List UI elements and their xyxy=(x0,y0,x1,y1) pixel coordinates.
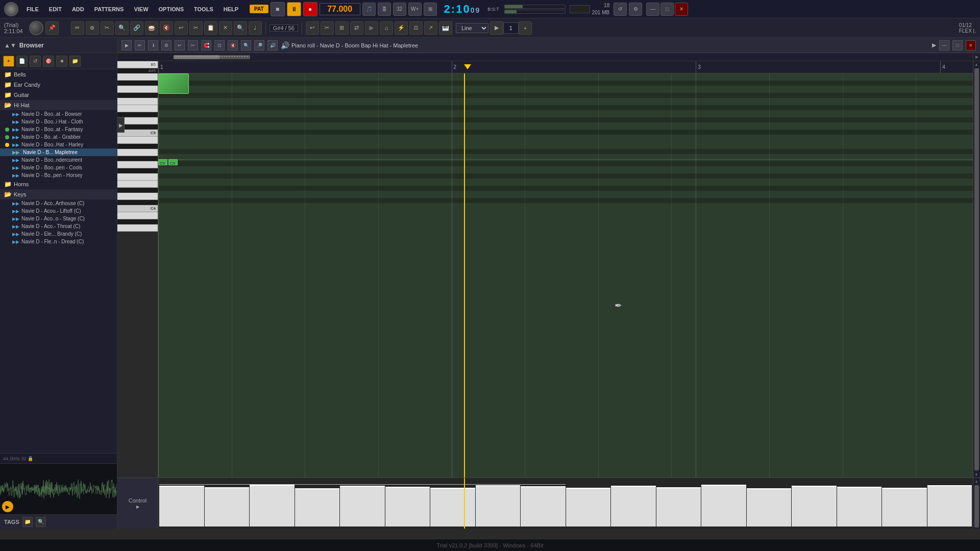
menu-help[interactable]: HELP xyxy=(219,4,242,14)
zoom-tool[interactable]: 🔍 xyxy=(115,21,129,35)
browser-refresh-btn[interactable]: ↺ xyxy=(30,56,41,67)
browser-folder-bells[interactable]: 📁 Bells xyxy=(0,69,117,80)
piano-key-d4[interactable] xyxy=(117,193,158,200)
velocity-bar[interactable] xyxy=(295,488,340,527)
slice-btn[interactable]: ✂ xyxy=(321,21,334,35)
line-mode-select[interactable]: Line Curve Hold xyxy=(456,23,488,33)
velocity-bar[interactable] xyxy=(656,487,701,527)
pr-close-btn[interactable]: ✕ xyxy=(966,40,976,51)
stop-button[interactable]: ■ xyxy=(271,2,285,16)
piano-key-db4[interactable] xyxy=(117,200,158,205)
browser-folder-ear-candy[interactable]: 📁 Ear Candy xyxy=(0,80,117,90)
metronome-btn[interactable]: ♩ xyxy=(249,21,262,35)
velocity-bar[interactable] xyxy=(611,486,656,527)
browser-add-btn[interactable]: + xyxy=(3,56,14,67)
browser-file-cools[interactable]: ▶▶ Navie D - Boo..pen - Cools xyxy=(0,164,117,171)
browser-file-arthouse[interactable]: ▶▶ Navie D - Aco..Arthouse (C) xyxy=(0,199,117,207)
velocity-bar[interactable] xyxy=(927,485,972,527)
browser-file-undercurrent[interactable]: ▶▶ Navie D - Boo..ndercurrent xyxy=(0,156,117,164)
piano-btn[interactable]: 🎹 xyxy=(439,21,452,35)
control-right-scrollbar[interactable]: ▲ xyxy=(973,478,980,529)
piano-key-f5[interactable] xyxy=(117,93,158,98)
send-btn[interactable]: ↗ xyxy=(424,21,437,35)
pr-play-btn[interactable]: ▶ xyxy=(121,40,132,51)
velocity-bar[interactable] xyxy=(837,487,882,527)
browser-file-grabber[interactable]: ▶▶ Navie D - Bo..at - Grabber xyxy=(0,133,117,141)
deselect-btn[interactable]: ✕ xyxy=(219,21,232,35)
velocity-bar[interactable] xyxy=(250,485,295,527)
minimize-btn[interactable]: — xyxy=(646,3,659,16)
menu-add[interactable]: ADD xyxy=(68,4,88,14)
browser-folder-horns[interactable]: 📁 Horns xyxy=(0,179,117,189)
mixer-icon[interactable]: 🎛 xyxy=(378,3,391,16)
quantize-plus[interactable]: + xyxy=(519,21,532,35)
sidebar-collapse-btn[interactable]: ▶ xyxy=(117,117,125,133)
piano-key-g5[interactable] xyxy=(117,86,158,93)
browser-file-dread[interactable]: ▶▶ Navie D - Fle..n - Dread (C) xyxy=(0,238,117,245)
piano-key-ab5[interactable] xyxy=(117,81,158,86)
glue-btn[interactable]: ⚡ xyxy=(395,21,408,35)
browser-file-throat[interactable]: ▶▶ Navie D - Aco.- Throat (C) xyxy=(0,222,117,230)
paste-btn[interactable]: 📋 xyxy=(204,21,217,35)
piano-key-f4[interactable] xyxy=(117,173,158,181)
menu-file[interactable]: FILE xyxy=(22,4,43,14)
velocity-bar[interactable] xyxy=(747,488,792,527)
velocity-bar[interactable] xyxy=(521,486,566,527)
flip-btn[interactable]: ⇄ xyxy=(350,21,363,35)
draw-tool[interactable]: ✏ xyxy=(71,21,84,35)
velocity-bar[interactable] xyxy=(476,485,521,527)
menu-tools[interactable]: TOOLS xyxy=(190,4,217,14)
zoom-minus[interactable]: 🔍 xyxy=(234,21,247,35)
mute-tool[interactable]: 🔇 xyxy=(160,21,173,35)
velocity-bar[interactable] xyxy=(430,488,475,527)
browser-file-bowser[interactable]: ▶▶ Navie D - Boo..at - Bowser xyxy=(0,110,117,118)
settings-icon[interactable]: ⚙ xyxy=(629,3,642,16)
browser-file-mapletree[interactable]: ▶▶ Navie D - B... Mapletree xyxy=(0,148,117,156)
velocity-bar[interactable] xyxy=(159,486,204,527)
pr-restore-btn[interactable]: □ xyxy=(952,40,963,51)
note-block[interactable]: C5 xyxy=(158,159,167,165)
piano-key-bb5[interactable]: A#5 xyxy=(117,68,158,73)
pr-zoom2-btn[interactable]: 🔎 xyxy=(254,40,264,51)
song-mode-icon[interactable]: 🎵 xyxy=(362,3,376,16)
browser-file-horsey[interactable]: ▶▶ Navie D - Bo..pen - Horsey xyxy=(0,171,117,179)
group-btn[interactable]: ⊞ xyxy=(335,21,349,35)
browser-folder-keys[interactable]: 📂 Keys xyxy=(0,189,117,199)
velocity-bar[interactable] xyxy=(882,488,927,527)
right-scrollbar[interactable]: ▲ ▼ xyxy=(973,61,980,478)
scroll-up-btn[interactable]: ▲ xyxy=(973,61,979,67)
play-icon[interactable]: ▶ xyxy=(2,501,13,512)
browser-star-btn[interactable]: ★ xyxy=(56,56,67,67)
piano-key-bb3[interactable] xyxy=(117,219,158,224)
browser-folder-btn[interactable]: 📁 xyxy=(69,56,81,67)
pr-scissors-btn[interactable]: ✂ xyxy=(188,40,198,51)
tags-search-icon[interactable]: 🔍 xyxy=(36,517,46,527)
pr-marquee-btn[interactable]: ⊡ xyxy=(214,40,225,51)
piano-key-c4[interactable]: C4 xyxy=(117,205,158,212)
piano-key-g4[interactable] xyxy=(117,161,158,168)
pr-speaker-btn[interactable]: 🔊 xyxy=(267,40,278,51)
pause-button[interactable]: ⏸ xyxy=(287,2,301,16)
velocity-bar[interactable] xyxy=(792,486,837,527)
step-seq-icon[interactable]: 32 xyxy=(393,3,406,16)
pr-zoom-btn[interactable]: 🔍 xyxy=(241,40,251,51)
pr-info-btn[interactable]: ℹ xyxy=(148,40,158,51)
piano-key-e4[interactable] xyxy=(117,181,158,188)
browser-file-fantasy[interactable]: ▶▶ Navie D - Boo..at - Fantasy xyxy=(0,126,117,133)
link-tool[interactable]: 🔗 xyxy=(130,21,143,35)
maximize-btn[interactable]: □ xyxy=(660,3,674,16)
undo-btn[interactable]: ↩ xyxy=(175,21,188,35)
menu-edit[interactable]: EDIT xyxy=(45,4,66,14)
note-block[interactable]: C5 xyxy=(168,159,178,165)
velocity-bar[interactable] xyxy=(385,487,430,527)
piano-key-b4[interactable] xyxy=(117,137,158,144)
piano-key-gb4[interactable] xyxy=(117,168,158,173)
pr-undo-btn[interactable]: ↩ xyxy=(175,40,185,51)
volume-knob[interactable] xyxy=(29,21,43,35)
pattern-button[interactable]: PAT xyxy=(250,5,268,13)
loop-btn[interactable]: ↩ xyxy=(306,21,319,35)
pr-magnet-btn[interactable]: 🧲 xyxy=(201,40,211,51)
piano-key-eb5[interactable] xyxy=(117,112,158,117)
reset-icon[interactable]: ↺ xyxy=(614,3,627,16)
velocity-bar[interactable] xyxy=(701,485,746,527)
